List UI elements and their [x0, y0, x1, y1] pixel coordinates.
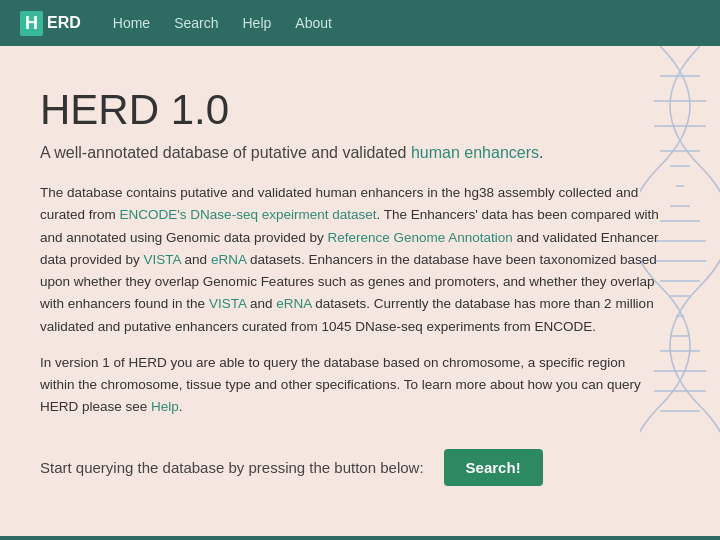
nav-logo: H ERD	[20, 11, 81, 36]
erna-link-1[interactable]: eRNA	[211, 252, 246, 267]
cta-text: Start querying the database by pressing …	[40, 459, 424, 476]
nav-about[interactable]: About	[295, 15, 332, 31]
help-link-inline[interactable]: Help	[151, 399, 179, 414]
paragraph-2: In version 1 of HERD you are able to que…	[40, 352, 660, 419]
description: The database contains putative and valid…	[40, 182, 660, 419]
erna-link-2[interactable]: eRNA	[276, 296, 311, 311]
navbar: H ERD Home Search Help About	[0, 0, 720, 46]
nav-search[interactable]: Search	[174, 15, 218, 31]
subtitle: A well-annotated database of putative an…	[40, 144, 680, 162]
nav-help[interactable]: Help	[243, 15, 272, 31]
nav-home[interactable]: Home	[113, 15, 150, 31]
vista-link-1[interactable]: VISTA	[144, 252, 181, 267]
logo-letter: H	[20, 11, 43, 36]
dna-decoration	[640, 46, 720, 456]
page-title: HERD 1.0	[40, 86, 680, 134]
subtitle-plain: A well-annotated database of putative an…	[40, 144, 411, 161]
paragraph-1: The database contains putative and valid…	[40, 182, 660, 338]
refgenome-link[interactable]: Reference Genome Annotation	[327, 230, 512, 245]
subtitle-highlight: human enhancers	[411, 144, 539, 161]
footer: HERD 1.0 About Help Contact us! © HERD. …	[0, 536, 720, 540]
main-content: HERD 1.0 A well-annotated database of pu…	[0, 46, 720, 536]
encode-link[interactable]: ENCODE's DNase-seq expeirment dataset	[120, 207, 377, 222]
vista-link-2[interactable]: VISTA	[209, 296, 246, 311]
search-button[interactable]: Search!	[444, 449, 543, 486]
subtitle-end: .	[539, 144, 543, 161]
logo-text: ERD	[47, 14, 81, 32]
search-cta: Start querying the database by pressing …	[40, 449, 680, 486]
